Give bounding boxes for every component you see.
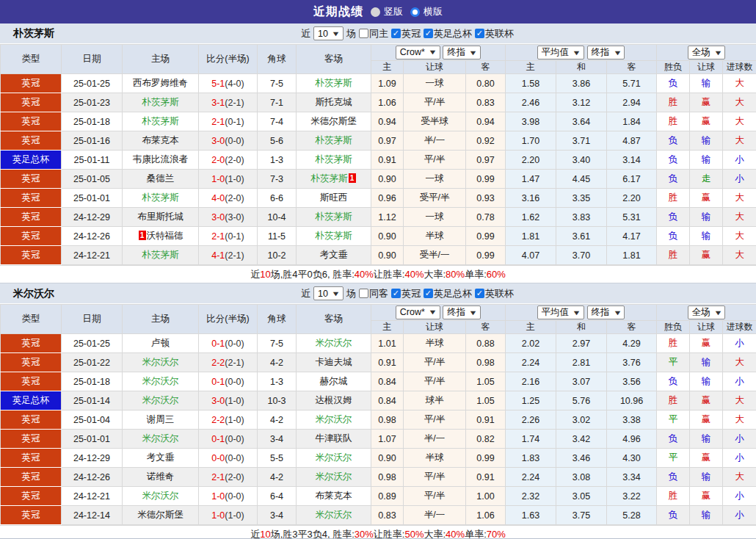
average-stage-select[interactable]: 终指▼: [587, 46, 625, 59]
handicap-line: 一球: [404, 170, 466, 189]
horizontal-option-label: 横版: [424, 5, 443, 18]
checkbox-unchecked-icon[interactable]: [359, 29, 368, 38]
goals-result-flag: 大: [723, 93, 756, 112]
layout-horizontal-option[interactable]: 横版: [410, 5, 443, 18]
radio-unselected-icon[interactable]: [371, 7, 380, 17]
section-header: 朴茨茅斯 近 10 ▼ 场 同主 英冠 英足总杯: [0, 23, 756, 44]
average-select[interactable]: 平均值▼: [537, 305, 584, 319]
team-label: 米尔沃尔: [316, 471, 352, 482]
fulltime-score: 5-1: [211, 79, 225, 89]
same-venue-checkbox[interactable]: 同客: [359, 287, 388, 300]
checkbox-checked-icon[interactable]: [391, 29, 401, 38]
match-count-select[interactable]: 10 ▼: [313, 286, 344, 300]
layout-vertical-option[interactable]: 竖版: [371, 5, 403, 18]
league-championship-checkbox[interactable]: 英冠: [391, 27, 421, 40]
fullmatch-select[interactable]: 全场▼: [688, 46, 726, 59]
bookmaker-select[interactable]: Crow*▼: [396, 46, 440, 59]
fullmatch-select[interactable]: 全场▼: [688, 305, 726, 319]
chevron-down-icon: ▼: [572, 49, 581, 57]
match-date: 24-12-26: [62, 227, 123, 246]
result-flag: 平: [657, 410, 690, 430]
odds-stage-select[interactable]: 终指▼: [443, 305, 481, 319]
avg-draw-odds: 3.71: [556, 131, 607, 151]
result-flag: 平: [657, 449, 690, 468]
score: 2-1(0-1): [199, 112, 258, 131]
corner-score: 4-2: [258, 353, 297, 372]
team-label: 米尔沃尔: [142, 357, 179, 367]
col-away: 客场: [297, 45, 371, 74]
goals-result-flag: 大: [723, 189, 756, 208]
league-facup-checkbox[interactable]: 英足总杯: [424, 287, 472, 300]
section-summary: 近10场,胜4平0负6, 胜率:40% 让胜率:40% 大率:80% 单率:60…: [0, 265, 756, 283]
team-label: 朴茨茅斯: [142, 192, 179, 203]
league-eflcup-checkbox[interactable]: 英联杯: [475, 287, 514, 300]
checkbox-checked-icon[interactable]: [424, 289, 433, 298]
avg-draw-odds: 3.07: [556, 372, 607, 391]
handicap-result-flag: 输: [690, 372, 723, 391]
match-date: 25-01-18: [62, 112, 123, 131]
checkbox-checked-icon[interactable]: [424, 29, 433, 38]
book-home-odds: 1.12: [371, 208, 404, 227]
bookmaker-select[interactable]: Crow*▼: [396, 305, 440, 319]
checkbox-unchecked-icon[interactable]: [359, 289, 368, 298]
team-label: 朴茨茅斯: [316, 211, 352, 222]
goals-result-flag: 大: [723, 391, 756, 410]
away-team: 米尔沃尔: [297, 449, 371, 468]
league-facup-checkbox[interactable]: 英足总杯: [424, 27, 472, 40]
match-row: 英冠24-12-261沃特福德2-1(0-1)11-5朴茨茅斯0.90半球0.9…: [1, 227, 756, 246]
team-label: 朴茨茅斯: [316, 231, 352, 241]
fulltime-score: 0-0: [211, 453, 225, 463]
checkbox-checked-icon[interactable]: [391, 289, 401, 298]
avg-draw-odds: 3.64: [556, 112, 607, 131]
team-label: 诺维奇: [147, 471, 175, 482]
match-date: 25-01-25: [62, 334, 123, 353]
radio-selected-icon[interactable]: [410, 7, 420, 17]
avg-home-odds: 2.16: [506, 372, 556, 391]
match-row: 英冠25-01-01朴茨茅斯4-0(2-0)6-6斯旺西0.96受平/半0.93…: [1, 189, 756, 208]
avg-away-odds: 6.17: [607, 170, 657, 189]
avg-home-odds: 1.81: [506, 227, 556, 246]
checkbox-checked-icon[interactable]: [475, 29, 484, 38]
team-label: 米德尔斯堡: [310, 116, 357, 126]
score: 0-1(0-0): [199, 334, 258, 353]
avg-away-odds: 4.29: [607, 334, 657, 353]
checkbox-checked-icon[interactable]: [475, 289, 484, 298]
avg-away-odds: 3.34: [607, 468, 657, 487]
halftime-score: (1-0): [225, 415, 244, 425]
team-label: 米德尔斯堡: [137, 510, 183, 520]
chevron-down-icon: ▼: [468, 309, 477, 316]
match-row: 英冠24-12-29布里斯托城3-0(3-0)10-4朴茨茅斯1.12一球0.7…: [1, 208, 756, 227]
result-flag: 胜: [657, 391, 690, 410]
corner-score: 4-2: [258, 410, 297, 430]
chevron-down-icon: ▼: [468, 49, 477, 57]
average-select[interactable]: 平均值▼: [537, 46, 584, 59]
odds-stage-select[interactable]: 终指▼: [443, 46, 481, 59]
match-date: 24-12-29: [62, 208, 123, 227]
corner-score: 1-3: [258, 151, 297, 170]
book-home-odds: 0.90: [371, 449, 404, 468]
goals-result-flag: 小: [723, 430, 756, 449]
home-team: 朴茨茅斯: [123, 246, 199, 265]
team-label: 朴茨茅斯: [311, 173, 348, 184]
col-book-home: 主: [371, 321, 404, 334]
match-date: 24-12-21: [62, 246, 123, 265]
result-flag: 负: [657, 208, 690, 227]
recent-results-panel: 近期战绩 竖版 横版 朴茨茅斯 近 10 ▼ 场 同主: [0, 0, 756, 539]
league-championship-checkbox[interactable]: 英冠: [391, 287, 421, 300]
league-badge: 英冠: [1, 93, 62, 112]
league-badge: 英足总杯: [1, 391, 62, 410]
avg-away-odds: 1.84: [607, 112, 657, 131]
corner-score: 1-3: [258, 372, 297, 391]
same-venue-checkbox[interactable]: 同主: [359, 27, 388, 40]
home-team: 谢周三: [123, 410, 199, 430]
fulltime-score: 4-0: [211, 193, 225, 203]
match-count-select[interactable]: 10 ▼: [313, 26, 344, 40]
league-badge: 英冠: [1, 189, 62, 208]
away-team: 朴茨茅斯: [297, 74, 371, 93]
col-home: 主场: [123, 45, 199, 74]
goals-result-flag: 大: [723, 468, 756, 487]
average-stage-select[interactable]: 终指▼: [587, 305, 625, 319]
league-eflcup-checkbox[interactable]: 英联杯: [475, 27, 514, 40]
avg-away-odds: 3.22: [607, 487, 657, 506]
away-team: 米尔沃尔: [297, 468, 371, 487]
